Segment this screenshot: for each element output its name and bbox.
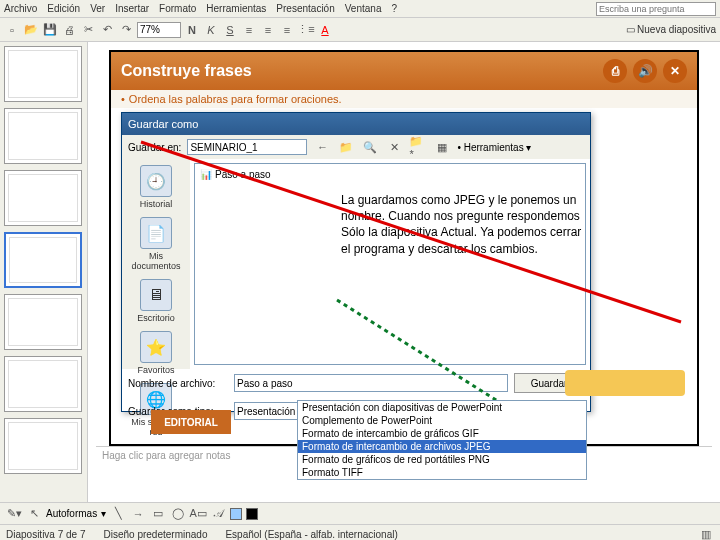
filename-input[interactable] (234, 374, 508, 392)
slide-editor: Construye frases ⎙ 🔊 ✕ Ordena las palabr… (88, 42, 720, 502)
newfolder-icon[interactable]: 📁* (409, 138, 427, 156)
dialog-toolbar: Guardar en: ← 📁 🔍 ✕ 📁* ▦ • Herramientas … (122, 135, 590, 159)
tools-menu[interactable]: • Herramientas ▾ (457, 142, 531, 153)
lookin-input[interactable] (187, 139, 307, 155)
filetype-option[interactable]: Presentación con diapositivas de PowerPo… (298, 401, 586, 414)
arrow-icon[interactable]: → (130, 506, 146, 522)
lesson-header: Construye frases ⎙ 🔊 ✕ (111, 52, 697, 90)
menu-ver[interactable]: Ver (90, 3, 105, 14)
menu-herramientas[interactable]: Herramientas (206, 3, 266, 14)
search-icon[interactable]: 🔍 (361, 138, 379, 156)
oval-icon[interactable]: ◯ (170, 506, 186, 522)
filetype-option[interactable]: Complemento de PowerPoint (298, 414, 586, 427)
toolbar: ▫ 📂 💾 🖨 ✂ ↶ ↷ N K S ≡ ≡ ≡ ⋮≡ A ▭ Nueva d… (0, 18, 720, 42)
wordart-icon[interactable]: 𝒜 (210, 506, 226, 522)
menu-edicion[interactable]: Edición (47, 3, 80, 14)
filename-label: Nombre de archivo: (128, 378, 228, 389)
place-mydocs[interactable]: 📄Mis documentos (128, 217, 184, 271)
menu-archivo[interactable]: Archivo (4, 3, 37, 14)
views-icon[interactable]: ▦ (433, 138, 451, 156)
slide-thumbnails (0, 42, 88, 502)
draw-menu-icon[interactable]: ✎▾ (6, 506, 22, 522)
open-icon[interactable]: 📂 (23, 22, 39, 38)
undo-icon[interactable]: ↶ (99, 22, 115, 38)
lesson-subheader: Ordena las palabras para formar oracione… (111, 90, 697, 108)
fill-color-icon[interactable] (230, 508, 242, 520)
help-search-input[interactable] (596, 2, 716, 16)
thumbnail-3[interactable] (4, 170, 82, 226)
new-icon[interactable]: ▫ (4, 22, 20, 38)
select-icon[interactable]: ↖ (26, 506, 42, 522)
thumbnail-2[interactable] (4, 108, 82, 164)
print-button-icon[interactable]: ⎙ (603, 59, 627, 83)
slide-canvas[interactable]: Construye frases ⎙ 🔊 ✕ Ordena las palabr… (109, 50, 699, 446)
dialog-titlebar: Guardar como (122, 113, 590, 135)
up-icon[interactable]: 📁 (337, 138, 355, 156)
close-button-icon[interactable]: ✕ (663, 59, 687, 83)
drawing-toolbar: ✎▾ ↖ Autoformas▾ ╲ → ▭ ◯ A▭ 𝒜 (0, 502, 720, 524)
thumbnail-5[interactable] (4, 294, 82, 350)
menu-formato[interactable]: Formato (159, 3, 196, 14)
sound-button-icon[interactable]: 🔊 (633, 59, 657, 83)
line-icon[interactable]: ╲ (110, 506, 126, 522)
main-area: Construye frases ⎙ 🔊 ✕ Ordena las palabr… (0, 42, 720, 502)
filetype-dropdown[interactable]: Presentación con diapositivas de PowerPo… (297, 400, 587, 480)
redo-icon[interactable]: ↷ (118, 22, 134, 38)
print-icon[interactable]: 🖨 (61, 22, 77, 38)
design-name: Diseño predeterminado (104, 529, 208, 540)
place-history[interactable]: 🕘Historial (128, 165, 184, 209)
thumbnail-4[interactable] (4, 232, 82, 288)
align-left-icon[interactable]: ≡ (241, 22, 257, 38)
italic-icon[interactable]: K (203, 22, 219, 38)
thumbnail-1[interactable] (4, 46, 82, 102)
zoom-input[interactable] (137, 22, 181, 38)
editorial-badge: EDITORIAL (151, 410, 231, 434)
filetype-option[interactable]: Formato de intercambio de gráficos GIF (298, 427, 586, 440)
menu-presentacion[interactable]: Presentación (276, 3, 334, 14)
yellow-button[interactable] (565, 370, 685, 396)
filetype-option[interactable]: Formato TIFF (298, 466, 586, 479)
menu-help[interactable]: ? (391, 3, 397, 14)
menubar: Archivo Edición Ver Insertar Formato Her… (0, 0, 720, 18)
file-item[interactable]: 📊 Paso a paso (199, 168, 581, 181)
underline-icon[interactable]: S (222, 22, 238, 38)
place-favorites[interactable]: ⭐Favoritos (128, 331, 184, 375)
statusbar: Diapositiva 7 de 7 Diseño predeterminado… (0, 524, 720, 540)
filetype-option[interactable]: Formato de gráficos de red portátiles PN… (298, 453, 586, 466)
slide-counter: Diapositiva 7 de 7 (6, 529, 86, 540)
thumbnail-6[interactable] (4, 356, 82, 412)
filetype-option-selected[interactable]: Formato de intercambio de archivos JPEG (298, 440, 586, 453)
bullets-icon[interactable]: ⋮≡ (298, 22, 314, 38)
place-desktop[interactable]: 🖥Escritorio (128, 279, 184, 323)
view-normal-icon[interactable]: ▥ (698, 527, 714, 541)
save-as-dialog: Guardar como Guardar en: ← 📁 🔍 ✕ 📁* ▦ • … (121, 112, 591, 412)
places-bar: 🕘Historial 📄Mis documentos 🖥Escritorio ⭐… (122, 159, 190, 369)
align-right-icon[interactable]: ≡ (279, 22, 295, 38)
delete-icon[interactable]: ✕ (385, 138, 403, 156)
line-color-icon[interactable] (246, 508, 258, 520)
menu-insertar[interactable]: Insertar (115, 3, 149, 14)
menu-ventana[interactable]: Ventana (345, 3, 382, 14)
back-icon[interactable]: ← (313, 138, 331, 156)
lesson-title: Construye frases (121, 62, 252, 80)
instruction-text: La guardamos como JPEG y le ponemos un n… (341, 192, 591, 257)
save-icon[interactable]: 💾 (42, 22, 58, 38)
font-color-icon[interactable]: A (317, 22, 333, 38)
autoshapes-menu[interactable]: Autoformas (46, 508, 97, 519)
lookin-label: Guardar en: (128, 142, 181, 153)
align-center-icon[interactable]: ≡ (260, 22, 276, 38)
rect-icon[interactable]: ▭ (150, 506, 166, 522)
thumbnail-7[interactable] (4, 418, 82, 474)
cut-icon[interactable]: ✂ (80, 22, 96, 38)
textbox-icon[interactable]: A▭ (190, 506, 206, 522)
new-slide-button[interactable]: ▭ Nueva diapositiva (626, 24, 716, 35)
language-status: Español (España - alfab. internacional) (225, 529, 397, 540)
bold-icon[interactable]: N (184, 22, 200, 38)
